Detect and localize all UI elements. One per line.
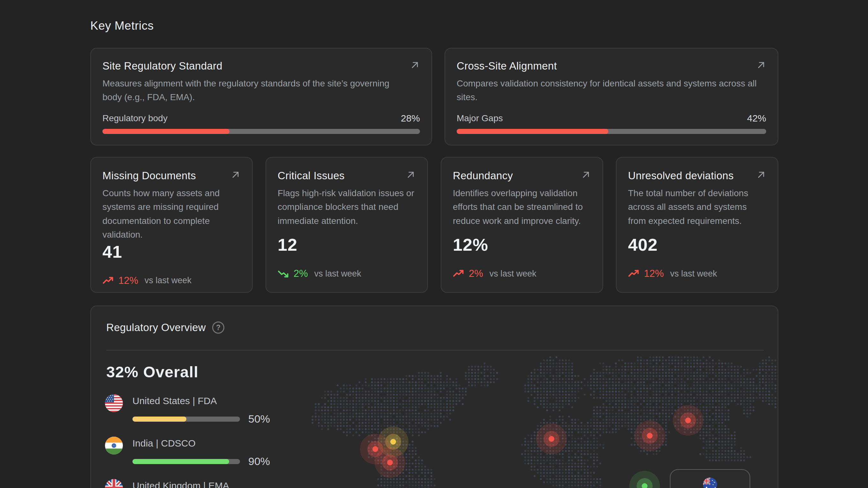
arrow-up-right-icon xyxy=(581,170,591,180)
arrow-up-right-icon xyxy=(410,60,420,70)
divider xyxy=(106,350,764,351)
card-title: Critical Issues xyxy=(278,170,345,182)
country-progress-track xyxy=(132,459,240,464)
trend-percent: 2% xyxy=(469,268,483,280)
trend-caption: vs last week xyxy=(490,269,536,279)
united-states-flag-icon xyxy=(105,394,123,412)
metric-value: 402 xyxy=(628,235,766,255)
card-description: Flags high-risk validation issues or com… xyxy=(278,186,416,228)
trend-caption: vs last week xyxy=(145,275,191,286)
trend-caption: vs last week xyxy=(314,269,361,279)
trend-row: 12% vs last week xyxy=(102,275,241,286)
page-title: Key Metrics xyxy=(90,19,154,33)
trend-percent: 12% xyxy=(644,268,664,280)
progress-track xyxy=(457,129,766,134)
card-description: Measures alignment with the regulatory s… xyxy=(102,76,409,104)
trending-up-icon xyxy=(453,268,464,280)
country-progress-track xyxy=(132,417,240,422)
overview-title: Regulatory Overview xyxy=(106,322,206,334)
country-name: United Kingdom | EMA xyxy=(132,480,270,488)
progress-track xyxy=(102,129,420,134)
country-row-india: India | CDSCO 90% xyxy=(105,437,270,467)
metric-card-cross-site-alignment: Cross-Site Alignment Compares validation… xyxy=(444,48,778,145)
country-name: United States | FDA xyxy=(132,395,270,406)
trend-percent: 2% xyxy=(293,268,308,280)
country-percent: 90% xyxy=(248,455,270,467)
overall-score: 32% Overall xyxy=(106,363,198,381)
bar-label: Major Gaps xyxy=(457,113,503,124)
metric-card-unresolved-deviations: Unresolved deviations The total number o… xyxy=(616,157,778,293)
country-row-united-kingdom: United Kingdom | EMA 20% xyxy=(105,479,270,488)
progress-fill xyxy=(457,129,608,134)
metrics-row-secondary: Missing Documents Counts how many assets… xyxy=(90,157,778,293)
country-list: United States | FDA 50% xyxy=(105,394,270,488)
trending-down-icon xyxy=(278,268,289,280)
arrow-up-right-icon xyxy=(230,170,241,180)
open-metric-button[interactable] xyxy=(581,170,591,180)
map-tooltip[interactable] xyxy=(670,469,750,488)
bar-value: 42% xyxy=(747,113,766,124)
metric-value: 41 xyxy=(102,242,241,262)
dashboard-page: Key Metrics Site Regulatory Standard Mea… xyxy=(0,0,868,488)
open-metric-button[interactable] xyxy=(756,60,766,70)
arrow-up-right-icon xyxy=(756,60,766,70)
metric-card-site-regulatory-standard: Site Regulatory Standard Measures alignm… xyxy=(90,48,432,145)
country-progress-fill xyxy=(132,459,229,464)
arrow-up-right-icon xyxy=(756,170,766,180)
card-description: Counts how many assets and systems are m… xyxy=(102,186,241,242)
card-title: Site Regulatory Standard xyxy=(102,60,222,72)
trend-row: 12% vs last week xyxy=(628,268,766,280)
country-percent: 50% xyxy=(248,413,270,425)
metrics-row-primary: Site Regulatory Standard Measures alignm… xyxy=(90,48,778,145)
india-flag-icon xyxy=(105,437,123,455)
bar-value: 28% xyxy=(401,113,420,124)
bar-label: Regulatory body xyxy=(102,113,167,124)
arrow-up-right-icon xyxy=(406,170,416,180)
card-description: Identifies overlapping validation effort… xyxy=(453,186,591,228)
country-row-united-states: United States | FDA 50% xyxy=(105,394,270,425)
trend-row: 2% vs last week xyxy=(278,268,416,280)
metric-card-critical-issues: Critical Issues Flags high-risk validati… xyxy=(266,157,428,293)
card-title: Missing Documents xyxy=(102,170,196,182)
world-map xyxy=(302,356,778,488)
help-icon[interactable]: ? xyxy=(212,322,224,334)
open-metric-button[interactable] xyxy=(756,170,766,180)
country-progress-fill xyxy=(132,417,186,422)
card-title: Redundancy xyxy=(453,170,513,182)
trend-caption: vs last week xyxy=(670,269,717,279)
open-metric-button[interactable] xyxy=(230,170,241,180)
card-description: Compares validation consistency for iden… xyxy=(457,76,763,104)
australia-flag-icon xyxy=(703,478,717,488)
trend-row: 2% vs last week xyxy=(453,268,591,280)
metric-card-redundancy: Redundancy Identifies overlapping valida… xyxy=(441,157,603,293)
trending-up-icon xyxy=(102,275,114,286)
open-metric-button[interactable] xyxy=(406,170,416,180)
card-title: Unresolved deviations xyxy=(628,170,734,182)
open-metric-button[interactable] xyxy=(410,60,420,70)
metric-card-missing-documents: Missing Documents Counts how many assets… xyxy=(90,157,253,293)
metric-value: 12 xyxy=(278,235,416,255)
country-name: India | CDSCO xyxy=(132,438,270,449)
regulatory-overview-card: Regulatory Overview ? 32% Overall xyxy=(90,305,778,488)
metric-value: 12% xyxy=(453,235,591,255)
united-kingdom-flag-icon xyxy=(105,479,123,488)
trending-up-icon xyxy=(628,268,640,280)
card-title: Cross-Site Alignment xyxy=(457,60,557,72)
card-description: The total number of deviations across al… xyxy=(628,186,766,228)
progress-fill xyxy=(102,129,229,134)
trend-percent: 12% xyxy=(118,275,138,286)
